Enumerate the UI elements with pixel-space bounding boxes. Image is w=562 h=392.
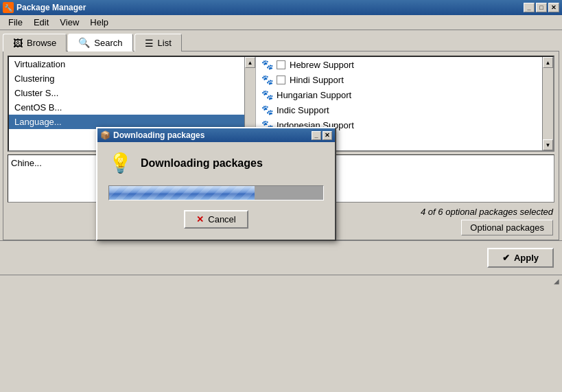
search-icon: 🔍 [78, 37, 90, 48]
tab-search-label: Search [94, 38, 122, 48]
dialog-title-bar: 📦 Downloading packages _ ✕ [97, 128, 335, 142]
progress-bar-remaining [255, 186, 323, 200]
title-bar: 🔧 Package Manager _ □ ✕ [0, 0, 562, 15]
menu-bar: File Edit View Help [0, 15, 562, 30]
tab-search[interactable]: 🔍 Search [68, 34, 132, 51]
right-scroll-up[interactable]: ▲ [543, 57, 553, 68]
dialog-title-icon: 📦 [100, 130, 110, 140]
apply-check-icon: ✔ [502, 253, 510, 263]
app-icon: 🔧 [3, 2, 14, 13]
tab-browse[interactable]: 🖼 Browse [3, 34, 67, 51]
dialog-close-button[interactable]: ✕ [323, 131, 332, 140]
right-scroll-down[interactable]: ▼ [543, 139, 553, 150]
cancel-button[interactable]: ✕ Cancel [184, 210, 248, 229]
scroll-up[interactable]: ▲ [245, 57, 255, 68]
browse-icon: 🖼 [13, 38, 23, 49]
tab-browse-label: Browse [27, 38, 56, 48]
resize-grip: ◢ [554, 277, 559, 285]
toolbar: 🖼 Browse 🔍 Search ☰ List [0, 30, 562, 51]
checkbox-hindi[interactable] [277, 76, 285, 84]
pkg-label-hebrew: Hebrew Support [290, 60, 354, 70]
list-item-cluster-s[interactable]: Cluster S... [9, 86, 244, 100]
menu-help[interactable]: Help [84, 16, 114, 29]
right-scrollbar[interactable]: ▲ ▼ [542, 57, 553, 150]
dialog-header: 💡 Downloading packages [108, 152, 324, 174]
list-item-clustering[interactable]: Clustering [9, 71, 244, 86]
pkg-label-indic: Indic Support [277, 105, 329, 115]
pkg-icon-hebrew: 🐾 [261, 59, 272, 70]
right-item-hindi: 🐾 Hindi Support [256, 72, 542, 87]
right-item-indic: 🐾 Indic Support [256, 102, 542, 117]
title-bar-buttons[interactable]: _ □ ✕ [524, 3, 559, 12]
apply-button[interactable]: ✔ Apply [487, 248, 554, 268]
maximize-button[interactable]: □ [536, 3, 547, 12]
right-item-hungarian: 🐾 Hungarian Support [256, 87, 542, 102]
pkg-label-hindi: Hindi Support [290, 75, 344, 85]
title-bar-left: 🔧 Package Manager [3, 2, 86, 13]
cancel-icon: ✕ [196, 214, 204, 224]
checkbox-hebrew[interactable] [277, 60, 285, 69]
menu-file[interactable]: File [3, 16, 28, 29]
dialog-buttons: ✕ Cancel [108, 210, 324, 229]
optional-packages-button[interactable]: Optional packages [461, 220, 553, 235]
dialog-minimize-button[interactable]: _ [312, 131, 321, 140]
action-bar: ✔ Apply [0, 240, 562, 275]
status-bar: ◢ [0, 275, 562, 287]
description-text: Chine... [11, 158, 42, 168]
list-item-centos[interactable]: CentOS B... [9, 100, 244, 115]
tab-list-label: List [158, 38, 172, 48]
progress-bar-container [108, 185, 324, 200]
dialog-body: 💡 Downloading packages ✕ Cancel [97, 142, 335, 240]
list-item-virtualization[interactable]: Virtualization [9, 57, 244, 71]
menu-view[interactable]: View [54, 16, 84, 29]
status-text: 4 of 6 optional packages selected [421, 207, 553, 217]
pkg-icon-hindi: 🐾 [261, 74, 272, 85]
dialog-body-title: Downloading packages [141, 157, 263, 170]
apply-label: Apply [514, 253, 539, 263]
list-icon: ☰ [145, 38, 154, 49]
cancel-label: Cancel [208, 214, 235, 224]
close-button[interactable]: ✕ [548, 3, 559, 12]
download-dialog: 📦 Downloading packages _ ✕ 💡 Downloading… [96, 127, 336, 241]
window-title: Package Manager [16, 3, 86, 12]
dialog-title-buttons[interactable]: _ ✕ [312, 131, 332, 140]
pkg-label-hungarian: Hungarian Support [277, 90, 351, 100]
bulb-icon: 💡 [108, 152, 132, 174]
progress-shine [109, 186, 255, 193]
menu-edit[interactable]: Edit [28, 16, 54, 29]
right-item-hebrew: 🐾 Hebrew Support [256, 57, 542, 72]
pkg-icon-hungarian: 🐾 [261, 89, 272, 100]
tab-list[interactable]: ☰ List [134, 34, 182, 51]
pkg-icon-indic: 🐾 [261, 104, 272, 115]
progress-bar-fill [109, 186, 255, 200]
minimize-button[interactable]: _ [524, 3, 535, 12]
dialog-title-text: Downloading packages [113, 130, 204, 140]
